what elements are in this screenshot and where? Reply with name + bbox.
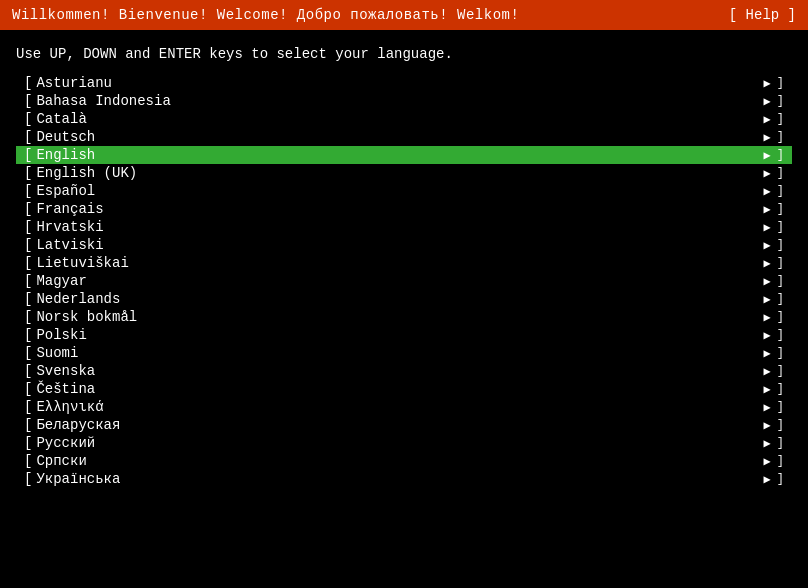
bracket-right: ] [777,346,784,360]
arrow-icon: ▶ [764,292,771,307]
bracket-right: ] [777,166,784,180]
language-item[interactable]: [ English▶] [16,146,792,164]
language-name: Magyar [36,273,763,289]
arrow-icon: ▶ [764,256,771,271]
bracket-right: ] [777,148,784,162]
arrow-indicator: ▶] [764,112,784,127]
arrow-icon: ▶ [764,202,771,217]
language-item[interactable]: [ Lietuviškai▶] [16,254,792,272]
header-bar: Willkommen! Bienvenue! Welcome! Добро по… [0,0,808,30]
language-item[interactable]: [ Беларуская▶] [16,416,792,434]
language-name: Norsk bokmål [36,309,763,325]
bracket-right: ] [777,112,784,126]
arrow-indicator: ▶] [764,328,784,343]
language-name: Русский [36,435,763,451]
arrow-icon: ▶ [764,418,771,433]
arrow-indicator: ▶] [764,382,784,397]
language-name: Hrvatski [36,219,763,235]
arrow-indicator: ▶] [764,364,784,379]
bracket-left: [ [24,219,32,235]
bracket-left: [ [24,471,32,487]
arrow-icon: ▶ [764,346,771,361]
language-name: Ελληνικά [36,399,763,415]
arrow-indicator: ▶] [764,76,784,91]
arrow-indicator: ▶] [764,400,784,415]
bracket-left: [ [24,255,32,271]
bracket-left: [ [24,435,32,451]
arrow-icon: ▶ [764,184,771,199]
language-list: [ Asturianu▶][ Bahasa Indonesia▶][ Catal… [0,74,808,488]
arrow-indicator: ▶] [764,418,784,433]
language-item[interactable]: [ Русский▶] [16,434,792,452]
language-name: Lietuviškai [36,255,763,271]
arrow-icon: ▶ [764,238,771,253]
language-item[interactable]: [ Svenska▶] [16,362,792,380]
language-item[interactable]: [ Magyar▶] [16,272,792,290]
arrow-indicator: ▶] [764,256,784,271]
arrow-icon: ▶ [764,472,771,487]
language-name: Français [36,201,763,217]
language-name: Deutsch [36,129,763,145]
bracket-right: ] [777,472,784,486]
bracket-left: [ [24,345,32,361]
bracket-right: ] [777,436,784,450]
language-item[interactable]: [ Latviski▶] [16,236,792,254]
bracket-left: [ [24,183,32,199]
language-item[interactable]: [ Français▶] [16,200,792,218]
bracket-right: ] [777,184,784,198]
bracket-left: [ [24,75,32,91]
language-item[interactable]: [ Deutsch▶] [16,128,792,146]
arrow-icon: ▶ [764,166,771,181]
language-item[interactable]: [ Ελληνικά▶] [16,398,792,416]
help-button[interactable]: [ Help ] [729,7,796,23]
arrow-icon: ▶ [764,382,771,397]
language-name: English [36,147,763,163]
bracket-right: ] [777,310,784,324]
language-item[interactable]: [ Bahasa Indonesia▶] [16,92,792,110]
bracket-right: ] [777,454,784,468]
language-item[interactable]: [ English (UK)▶] [16,164,792,182]
language-item[interactable]: [ Українська▶] [16,470,792,488]
bracket-right: ] [777,292,784,306]
bracket-right: ] [777,364,784,378]
arrow-indicator: ▶] [764,310,784,325]
arrow-indicator: ▶] [764,454,784,469]
bracket-left: [ [24,417,32,433]
arrow-icon: ▶ [764,94,771,109]
language-item[interactable]: [ Čeština▶] [16,380,792,398]
arrow-icon: ▶ [764,310,771,325]
bracket-left: [ [24,453,32,469]
bracket-right: ] [777,94,784,108]
arrow-indicator: ▶] [764,166,784,181]
bracket-right: ] [777,220,784,234]
language-name: Latviski [36,237,763,253]
language-item[interactable]: [ Norsk bokmål▶] [16,308,792,326]
bracket-right: ] [777,400,784,414]
bracket-left: [ [24,309,32,325]
bracket-left: [ [24,363,32,379]
language-item[interactable]: [ Polski▶] [16,326,792,344]
arrow-icon: ▶ [764,436,771,451]
bracket-right: ] [777,202,784,216]
language-item[interactable]: [ Hrvatski▶] [16,218,792,236]
language-item[interactable]: [ Nederlands▶] [16,290,792,308]
bracket-left: [ [24,327,32,343]
language-item[interactable]: [ Suomi▶] [16,344,792,362]
language-item[interactable]: [ Asturianu▶] [16,74,792,92]
language-item[interactable]: [ Српски▶] [16,452,792,470]
language-item[interactable]: [ Català▶] [16,110,792,128]
arrow-icon: ▶ [764,148,771,163]
arrow-indicator: ▶] [764,184,784,199]
arrow-icon: ▶ [764,76,771,91]
arrow-icon: ▶ [764,274,771,289]
language-name: Bahasa Indonesia [36,93,763,109]
language-name: Српски [36,453,763,469]
arrow-icon: ▶ [764,454,771,469]
bracket-left: [ [24,381,32,397]
arrow-indicator: ▶] [764,238,784,253]
header-title: Willkommen! Bienvenue! Welcome! Добро по… [12,7,519,23]
arrow-indicator: ▶] [764,472,784,487]
language-item[interactable]: [ Español▶] [16,182,792,200]
language-name: Беларуская [36,417,763,433]
bracket-left: [ [24,93,32,109]
